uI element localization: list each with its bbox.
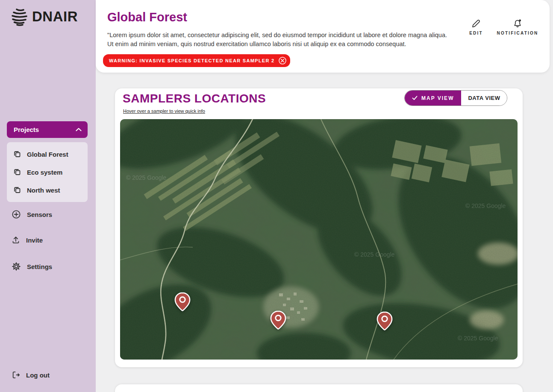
map-attribution: © 2025 Google xyxy=(126,174,167,181)
sidebar-item-sensors[interactable]: Sensors xyxy=(12,210,52,219)
sidebar-item-invite[interactable]: Invite xyxy=(12,236,43,244)
header-card: Global Forest "Lorem ipsum dolor sit ame… xyxy=(96,0,550,73)
bell-icon xyxy=(513,19,522,28)
plus-circle-icon xyxy=(12,210,21,219)
project-copy-icon xyxy=(13,168,21,176)
logout-icon xyxy=(12,371,20,379)
location-pin-icon xyxy=(174,292,191,312)
page-title: Global Forest xyxy=(107,10,187,24)
data-view-button[interactable]: DATA VIEW xyxy=(461,91,507,105)
warning-close-icon[interactable] xyxy=(278,56,287,65)
dnair-logo-icon xyxy=(10,7,30,26)
sidebar-item-settings[interactable]: Settings xyxy=(12,262,52,271)
map-pin[interactable] xyxy=(174,292,191,312)
gear-icon xyxy=(12,262,21,271)
samplers-card: SAMPLERS LOCATIONS Hover over a sampler … xyxy=(115,88,523,367)
samplers-title: SAMPLERS LOCATIONS xyxy=(123,92,266,105)
sidebar-item-eco-system[interactable]: Eco system xyxy=(7,163,88,181)
satellite-map-image: © 2025 Google © 2025 Google © 2025 Googl… xyxy=(120,119,518,360)
location-pin-icon xyxy=(377,311,393,331)
map-attribution: © 2025 Google xyxy=(354,251,395,258)
submenu-item-label: Eco system xyxy=(27,169,62,176)
bottom-card xyxy=(115,384,523,392)
project-copy-icon xyxy=(13,150,21,158)
sidebar-item-label: Sensors xyxy=(27,211,52,218)
submenu-item-label: North west xyxy=(27,187,60,194)
sidebar-item-logout[interactable]: Log out xyxy=(12,371,50,379)
sidebar-item-label: Settings xyxy=(27,263,52,270)
submenu-item-label: Global Forest xyxy=(27,151,68,158)
pencil-icon xyxy=(471,19,481,28)
sidebar: DNAIR Projects Global Forest E xyxy=(0,0,96,392)
logo: DNAIR xyxy=(10,7,78,26)
edit-label: EDIT xyxy=(469,31,483,35)
sidebar-item-label: Log out xyxy=(26,372,50,379)
chevron-up-icon xyxy=(76,128,82,132)
sidebar-item-global-forest[interactable]: Global Forest xyxy=(7,145,88,163)
projects-submenu: Global Forest Eco system North west xyxy=(7,142,88,202)
map-attribution: © 2025 Google xyxy=(465,202,506,209)
warning-text: WARNING: INVASIVE SPECIES DETECTED NEAR … xyxy=(109,58,274,63)
notification-button[interactable]: NOTIFICATION xyxy=(492,19,543,35)
map-view-label: MAP VIEW xyxy=(421,95,454,101)
notification-label: NOTIFICATION xyxy=(497,31,538,35)
sidebar-item-north-west[interactable]: North west xyxy=(7,181,88,199)
sidebar-item-label: Invite xyxy=(26,237,43,244)
sidebar-item-projects[interactable]: Projects xyxy=(7,121,88,138)
project-description: "Lorem ipsum dolor sit amet, consectetur… xyxy=(107,31,454,49)
map-container[interactable]: © 2025 Google © 2025 Google © 2025 Googl… xyxy=(120,119,518,360)
map-view-button[interactable]: MAP VIEW xyxy=(405,91,461,105)
data-view-label: DATA VIEW xyxy=(468,95,500,101)
location-pin-icon xyxy=(270,310,286,330)
project-copy-icon xyxy=(13,186,21,194)
map-attribution: © 2025 Google xyxy=(458,335,498,342)
view-toggle: MAP VIEW DATA VIEW xyxy=(404,90,507,106)
map-pin[interactable] xyxy=(377,311,393,331)
logo-text: DNAIR xyxy=(32,9,78,25)
upload-icon xyxy=(12,236,20,244)
projects-label: Projects xyxy=(14,126,39,133)
check-icon xyxy=(412,96,418,100)
edit-button[interactable]: EDIT xyxy=(466,19,486,35)
warning-banner: WARNING: INVASIVE SPECIES DETECTED NEAR … xyxy=(103,54,290,67)
hover-info-link[interactable]: Hover over a sampler to view quick info xyxy=(123,108,205,114)
map-pin[interactable] xyxy=(270,310,286,330)
